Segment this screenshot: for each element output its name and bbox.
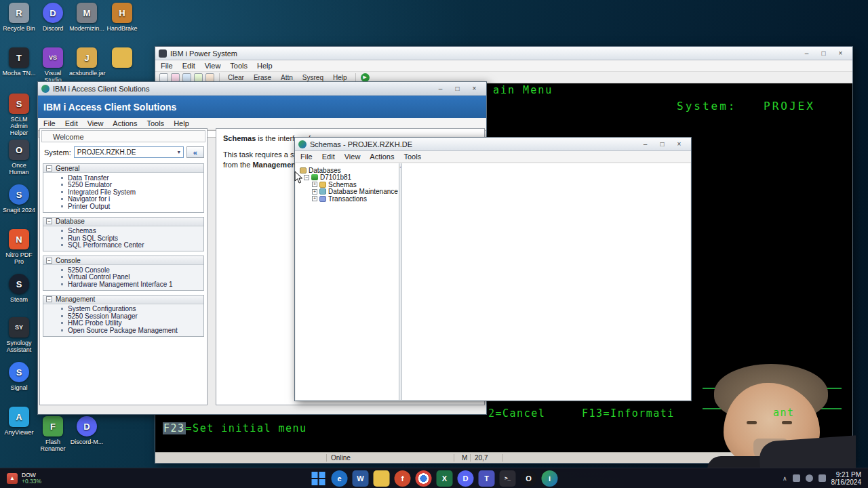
menu-help[interactable]: Help [257,62,273,70]
tray-expand-icon[interactable]: ∧ [783,475,787,482]
task-schemas[interactable]: Schemas [43,228,203,235]
minimize-button[interactable]: – [637,139,654,149]
tree-node-d7101b81[interactable]: − D7101b81 [298,174,399,182]
task-5250-emulator[interactable]: 5250 Emulator [43,182,203,189]
menu-tools[interactable]: Tools [230,62,248,70]
close-button[interactable]: × [832,48,849,58]
copy-icon[interactable] [182,73,191,82]
connect-button[interactable]: « [186,146,204,158]
desktop-icon-visual-studio[interactable]: VS Visual Studio [35,47,71,83]
taskbar-icon-file-explorer[interactable] [374,470,390,487]
desktop-icon-nitro[interactable]: N Nitro PDF Pro [1,229,37,265]
close-button[interactable]: × [671,139,688,149]
desktop-icon-once-human[interactable]: O Once Human [1,140,37,176]
expand-icon[interactable]: + [312,196,317,201]
menu-edit[interactable]: Edit [322,152,335,161]
maximize-button[interactable]: □ [654,139,671,149]
system-combobox[interactable]: PROJEX.RZKH.DE ▾ [74,146,184,158]
new-session-icon[interactable] [159,73,168,82]
task-run-sql-scripts[interactable]: Run SQL Scripts [43,235,203,242]
welcome-item[interactable]: Welcome [41,130,205,142]
taskbar-icon-word[interactable]: W [353,470,369,487]
desktop-icon-snagit[interactable]: S Snagit 2024 [1,184,37,214]
desktop-icon-folder[interactable] [104,47,140,70]
menu-tools[interactable]: Tools [146,119,164,127]
menu-edit[interactable]: Edit [182,62,195,70]
expand-icon[interactable]: + [312,182,317,187]
taskbar-icon-obs[interactable]: O [521,470,537,487]
desktop-icon-sclm[interactable]: S SCLM Admin Helper [1,94,37,136]
menu-view[interactable]: View [205,62,221,70]
sysreq-button[interactable]: Sysreq [299,74,327,81]
task-5250-session-manager[interactable]: 5250 Session Manager [43,312,203,320]
taskbar-icon-teams[interactable]: T [479,470,495,487]
task-system-configurations[interactable]: System Configurations [43,306,203,313]
menu-file[interactable]: File [43,119,56,127]
menu-view[interactable]: View [344,152,361,161]
expand-icon[interactable]: + [312,189,317,195]
settings-icon[interactable] [205,73,214,82]
desktop-icon-discord-mod[interactable]: D Discord-M... [69,416,104,445]
desktop-icon-flash-renamer[interactable]: F Flash Renamer [35,416,71,452]
print-icon[interactable] [171,73,180,82]
erase-button[interactable]: Erase [250,74,275,81]
desktop-icon-handbrake[interactable]: H HandBrake [104,3,140,32]
menu-file[interactable]: File [161,62,173,70]
desktop-icon-steam[interactable]: S Steam [1,274,37,303]
tree-node-transactions[interactable]: + Transactions [298,195,399,203]
group-general-header[interactable]: − General [43,164,203,173]
menu-help[interactable]: Help [174,119,189,127]
desktop-icon-recycle-bin[interactable]: R Recycle Bin [1,3,37,32]
task-sql-performance-center[interactable]: SQL Performance Center [43,242,203,249]
clear-button[interactable]: Clear [224,74,248,81]
menu-actions[interactable]: Actions [113,119,137,127]
collapse-icon[interactable]: − [46,296,52,302]
collapse-icon[interactable]: − [46,165,52,171]
tray-icon[interactable] [793,474,800,482]
task-5250-console[interactable]: 5250 Console [43,266,203,274]
task-printer-output[interactable]: Printer Output [43,203,203,210]
taskbar-icon-ibm-acs[interactable]: i [542,470,558,487]
task-integrated-file-system[interactable]: Integrated File System [43,188,203,196]
collapse-icon[interactable]: − [304,175,309,180]
taskbar-icon-chrome[interactable]: C [416,470,432,487]
tree-node-database-maintenance[interactable]: + Database Maintenance [298,188,399,196]
task-virtual-control-panel[interactable]: Virtual Control Panel [43,274,203,281]
close-button[interactable]: × [466,83,483,94]
minimize-button[interactable]: – [798,48,815,58]
desktop-icon-mocha[interactable]: T Mocha TN... [1,47,37,77]
paste-icon[interactable] [194,73,203,82]
task-hardware-management-interface[interactable]: Hardware Management Interface 1 [43,281,203,288]
tree-node-databases[interactable]: Databases [298,167,399,174]
desktop-icon-discord[interactable]: D Discord [35,3,71,32]
task-open-source-package-management[interactable]: Open Source Package Management [43,327,203,334]
taskbar-icon-terminal[interactable]: >_ [500,470,516,487]
desktop-icon-synology[interactable]: SY Synology Assistant [1,317,37,353]
taskbar-icon-discord[interactable]: D [458,470,474,487]
tray-icon[interactable] [818,474,826,482]
menu-edit[interactable]: Edit [65,119,78,127]
menu-tools[interactable]: Tools [403,152,421,161]
task-hmc-probe-utility[interactable]: HMC Probe Utility [43,320,203,327]
taskbar-icon-edge[interactable]: e [332,470,348,487]
desktop-icon-acsbundle[interactable]: J acsbundle.jar [69,47,104,77]
attn-button[interactable]: Attn [277,74,296,81]
run-icon[interactable]: ▶ [361,73,370,82]
desktop-icon-signal[interactable]: S Signal [1,362,37,391]
stock-widget[interactable]: ▲ DOW +0.33% [0,472,48,485]
menu-file[interactable]: File [300,152,313,161]
task-navigator-for-i[interactable]: Navigator for i [43,196,203,203]
desktop-icon-modernizing[interactable]: M Modernizin... [69,3,104,32]
desktop-icon-anyviewer[interactable]: A AnyViewer [1,407,37,436]
taskbar-icon-firefox[interactable]: f [395,470,411,487]
group-management-header[interactable]: − Management [43,296,203,304]
group-console-header[interactable]: − Console [43,256,203,265]
tray-icon[interactable] [806,474,813,482]
maximize-button[interactable]: □ [449,83,466,94]
taskbar-icon-excel[interactable]: X [437,470,453,487]
menu-view[interactable]: View [87,119,104,127]
menu-actions[interactable]: Actions [370,152,394,161]
group-database-header[interactable]: − Database [43,218,203,226]
clock[interactable]: 9:21 PM 8/16/2024 [831,471,862,486]
collapse-icon[interactable]: − [46,218,52,224]
